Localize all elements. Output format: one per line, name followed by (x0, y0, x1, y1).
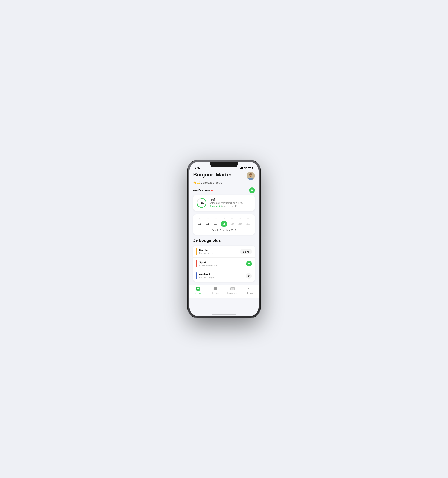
progress-ring: 70% (196, 198, 207, 208)
repas-tab-label: Repas (247, 292, 253, 294)
cal-letter-v: V (231, 217, 233, 220)
cal-day-15[interactable]: L 15 (196, 217, 204, 227)
repas-icon (248, 286, 252, 292)
home-indicator (212, 314, 236, 315)
plus-icon: + (248, 262, 250, 265)
marche-value: 8 575 (240, 249, 252, 254)
cal-day-16[interactable]: M 16 (204, 217, 212, 227)
svg-rect-16 (214, 287, 217, 288)
power-button (260, 191, 261, 204)
svg-rect-21 (232, 289, 234, 289)
header: Bonjour, Martin (193, 172, 255, 180)
signal-icon (240, 167, 243, 169)
journal-tab-label: Journal (195, 292, 201, 294)
donnees-icon (213, 287, 218, 291)
cal-day-19[interactable]: V 19 (228, 217, 236, 227)
journal-icon (196, 287, 200, 291)
marche-name: Marche (199, 249, 238, 252)
cal-letter-l: L (199, 217, 201, 220)
status-icons (240, 166, 254, 169)
tab-repas[interactable]: Repas (244, 286, 255, 294)
notification-card[interactable]: 70% Profil Votre profil n'est rempli qu'… (193, 195, 255, 211)
cal-day-21[interactable]: D 21 (244, 217, 252, 227)
header-left: Bonjour, Martin (193, 172, 231, 178)
phone-screen: 9:41 (189, 162, 259, 316)
cal-letter-m1: M (207, 217, 209, 220)
notification-info: Profil Votre profil n'est rempli qu'à 70… (210, 198, 252, 208)
cal-num-20: 20 (237, 221, 243, 227)
calendar-date-text: Jeudi 18 octobre 2018 (196, 229, 252, 232)
notifications-header: Notifications ✕ (193, 188, 255, 193)
tab-donnees[interactable]: Données (210, 287, 221, 294)
objectives-row: ☀️ 🌙 2 objectifs en cours (193, 181, 255, 184)
activity-sport[interactable]: Sport Ajouter une activité + (193, 258, 255, 270)
phone-wrapper: 9:41 (188, 160, 260, 318)
cal-day-20[interactable]: S 20 (236, 217, 244, 227)
notif-card-title: Profil (210, 198, 252, 201)
activity-section-title: Je bouge plus (193, 238, 255, 243)
close-icon: ✕ (251, 189, 253, 192)
sport-name: Sport (199, 261, 244, 264)
status-time: 9:41 (195, 166, 200, 169)
cal-num-17: 17 (213, 221, 219, 227)
cal-day-18[interactable]: J 18 (220, 217, 228, 227)
tab-bar: Journal Données (189, 285, 259, 298)
cal-letter-s: S (239, 217, 241, 220)
svg-rect-17 (214, 290, 217, 290)
marche-info: Marche Nombre de pas (199, 249, 238, 254)
denivele-name: Dénivelé (199, 273, 244, 276)
sport-add-button[interactable]: + (246, 261, 252, 266)
sport-color-bar (196, 260, 197, 267)
programmes-tab-label: Programmes (227, 292, 238, 294)
notif-card-desc: Votre profil n'est rempli qu'à 70%. Touc… (210, 201, 252, 208)
sport-sub: Ajouter une activité (199, 264, 244, 266)
notifications-title: Notifications (193, 189, 210, 192)
denivele-color-bar (196, 272, 197, 279)
activity-denivele[interactable]: Dénivelé Nombre d'étages 2 (193, 270, 255, 282)
battery-icon (248, 167, 253, 169)
denivele-value: 2 (246, 273, 252, 279)
programmes-icon (230, 287, 235, 291)
activity-marche[interactable]: Marche Nombre de pas 8 575 (193, 245, 255, 258)
donnees-tab-label: Données (212, 292, 219, 294)
avatar[interactable] (247, 172, 255, 180)
objectives-text: 2 objectifs en cours (201, 181, 222, 184)
cal-day-17[interactable]: M 17 (212, 217, 220, 227)
svg-rect-14 (214, 289, 217, 290)
cal-num-21: 21 (245, 221, 251, 227)
tab-journal[interactable]: Journal (193, 287, 204, 294)
svg-rect-20 (232, 288, 234, 289)
cal-num-18: 18 (221, 221, 227, 227)
sport-info: Sport Ajouter une activité (199, 261, 244, 266)
notch (210, 162, 238, 167)
denivele-info: Dénivelé Nombre d'étages (199, 273, 244, 279)
phone-frame: 9:41 (188, 160, 260, 318)
calendar-days: L 15 M 16 M 17 (196, 217, 252, 227)
greeting-text: Bonjour, Martin (193, 172, 231, 178)
svg-rect-15 (214, 288, 217, 289)
calendar-card: L 15 M 16 M 17 (193, 214, 255, 235)
cal-num-19: 19 (229, 221, 235, 227)
moon-icon: 🌙 (197, 181, 200, 184)
svg-rect-10 (197, 288, 199, 288)
close-notifications-button[interactable]: ✕ (249, 188, 255, 193)
tab-programmes[interactable]: Programmes (227, 287, 238, 294)
notif-card-link[interactable]: Touchez ici (210, 205, 222, 208)
sun-icon: ☀️ (193, 181, 196, 184)
cal-num-15: 15 (197, 221, 203, 227)
cal-letter-d: D (247, 217, 249, 220)
svg-rect-11 (197, 288, 199, 289)
wifi-icon (244, 166, 247, 169)
scroll-content[interactable]: Bonjour, Martin (189, 170, 259, 316)
svg-rect-13 (196, 287, 197, 290)
marche-sub: Nombre de pas (199, 252, 238, 254)
marche-color-bar (196, 248, 197, 255)
svg-rect-19 (231, 288, 232, 289)
denivele-sub: Nombre d'étages (199, 276, 244, 279)
svg-rect-2 (248, 178, 253, 180)
svg-rect-12 (197, 289, 199, 289)
notifications-title-row: Notifications (193, 189, 213, 192)
cal-letter-j: J (224, 217, 224, 220)
cal-num-16: 16 (205, 221, 211, 227)
progress-percentage: 70% (199, 202, 204, 204)
